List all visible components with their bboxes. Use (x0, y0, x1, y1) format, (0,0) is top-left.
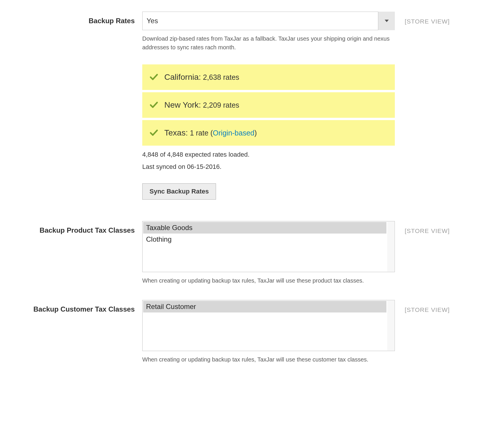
help-customer-tax-classes: When creating or updating backup tax rul… (142, 355, 395, 364)
rate-state-name: New York: (164, 100, 201, 109)
rate-text: Texas: 1 rate (Origin-based) (164, 128, 257, 138)
label-customer-tax-classes: Backup Customer Tax Classes (17, 300, 142, 313)
help-backup-rates: Download zip-based rates from TaxJar as … (142, 34, 395, 52)
help-product-tax-classes: When creating or updating backup tax rul… (142, 276, 395, 285)
scrollbar[interactable] (387, 301, 394, 350)
check-icon (149, 129, 159, 137)
scope-customer-tax-classes: [STORE VIEW] (395, 300, 487, 313)
select-backup-rates-value: Yes (142, 12, 395, 30)
check-icon (149, 101, 159, 109)
check-icon (149, 73, 159, 82)
rate-state-name: Texas: (164, 128, 188, 137)
rate-state-name: California: (164, 73, 201, 82)
rates-summary: 4,848 of 4,848 expected rates loaded. (142, 151, 395, 158)
field-product-tax-classes: Backup Product Tax Classes Taxable Goods… (17, 221, 487, 285)
rate-item: New York: 2,209 rates (142, 92, 395, 118)
scope-backup-rates: [STORE VIEW] (395, 12, 487, 25)
rates-list: California: 2,638 ratesNew York: 2,209 r… (142, 64, 395, 146)
last-synced: Last synced on 06-15-2016. (142, 163, 395, 171)
label-backup-rates: Backup Rates (17, 12, 142, 25)
select-backup-rates[interactable]: Yes (142, 12, 395, 30)
chevron-down-icon (378, 12, 395, 30)
scope-product-tax-classes: [STORE VIEW] (395, 221, 487, 234)
rate-count: 2,209 rates (201, 101, 239, 109)
origin-based-link[interactable]: Origin-based (213, 129, 254, 137)
multiselect-customer-tax-classes[interactable]: Retail Customer (142, 300, 395, 351)
rate-item: Texas: 1 rate (Origin-based) (142, 120, 395, 146)
scrollbar[interactable] (387, 222, 394, 272)
label-product-tax-classes: Backup Product Tax Classes (17, 221, 142, 234)
field-customer-tax-classes: Backup Customer Tax Classes Retail Custo… (17, 300, 487, 364)
multiselect-option[interactable]: Taxable Goods (143, 222, 386, 234)
multiselect-option[interactable]: Retail Customer (143, 301, 386, 312)
rate-count: 2,638 rates (201, 73, 239, 81)
rate-text: California: 2,638 rates (164, 73, 239, 82)
field-backup-rates: Backup Rates Yes Download zip-based rate… (17, 12, 487, 200)
multiselect-option[interactable]: Clothing (143, 234, 386, 245)
rate-item: California: 2,638 rates (142, 64, 395, 90)
rate-count: 1 rate (188, 129, 208, 137)
multiselect-product-tax-classes[interactable]: Taxable GoodsClothing (142, 221, 395, 272)
sync-backup-rates-button[interactable]: Sync Backup Rates (142, 183, 216, 200)
rate-text: New York: 2,209 rates (164, 100, 239, 110)
